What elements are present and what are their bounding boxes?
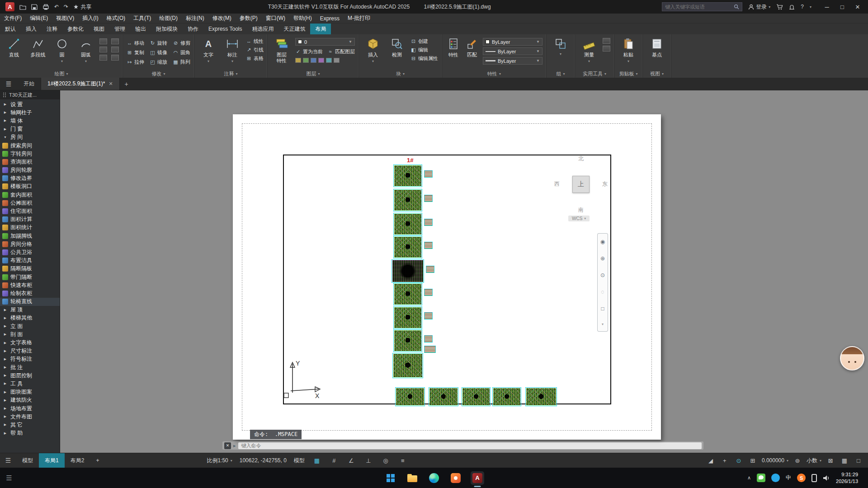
panel-label-properties[interactable]: 特性▾: [442, 70, 546, 78]
ortho-toggle-icon[interactable]: ⊥: [363, 456, 373, 465]
palette-row[interactable]: 墙 体: [0, 117, 60, 125]
palette-row[interactable]: 面积统计: [0, 224, 60, 232]
panel-label-group[interactable]: 组▾: [547, 70, 575, 78]
modify-tool-button[interactable]: 旋转: [150, 40, 167, 47]
notification-bell-icon[interactable]: [789, 4, 795, 10]
speaker-icon[interactable]: [823, 475, 830, 481]
modify-tool-button[interactable]: 移动: [127, 40, 144, 47]
spline-tool-icon[interactable]: [111, 47, 119, 52]
palette-row[interactable]: 楼板洞口: [0, 183, 60, 191]
hatch-tool-icon[interactable]: [99, 47, 107, 52]
maximize-button[interactable]: □: [835, 0, 850, 14]
ribbon-tab[interactable]: 注释: [42, 23, 62, 34]
menu-item[interactable]: 工具(T): [129, 14, 155, 23]
palette-row[interactable]: 修改边界: [0, 174, 60, 183]
share-button[interactable]: 共享: [73, 3, 91, 11]
circle-button[interactable]: 圆 ▾: [52, 37, 72, 63]
layer-tool-button[interactable]: 置为当前: [295, 48, 323, 55]
modify-tool-button[interactable]: 缩放: [150, 59, 167, 66]
ribbon-tab[interactable]: 插入: [21, 23, 42, 34]
palette-row[interactable]: 轴网柱子: [0, 108, 60, 117]
lineweight-toggle-icon[interactable]: ≡: [398, 456, 408, 465]
annotation-visibility-icon[interactable]: +: [720, 456, 730, 465]
isolate-objects-icon[interactable]: ⊠: [826, 456, 835, 465]
palette-row[interactable]: 立 面: [0, 322, 60, 330]
layer-off-icon[interactable]: [326, 58, 332, 63]
palette-row[interactable]: 房间分格: [0, 240, 60, 248]
command-line[interactable]: ✕ ▸ 键入命令: [222, 441, 704, 450]
layout-tab[interactable]: +: [90, 453, 105, 468]
ime-indicator[interactable]: 中: [786, 474, 791, 482]
panel-label-draw[interactable]: 绘图▾: [0, 70, 123, 78]
file-explorer-button[interactable]: [406, 471, 419, 485]
palette-row[interactable]: 楼梯其他: [0, 314, 60, 322]
palette-row[interactable]: 公共卫浴: [0, 248, 60, 256]
panel-label-block[interactable]: 块▾: [359, 70, 442, 78]
save-icon[interactable]: [31, 4, 38, 10]
palette-row[interactable]: 门 窗: [0, 125, 60, 133]
palette-row[interactable]: 工 具: [0, 380, 60, 388]
linetype-combo[interactable]: ByLayer ▼: [483, 47, 542, 55]
elevation-control[interactable]: 0.000000 ▾: [762, 457, 788, 464]
insert-block-button[interactable]: 插入 ▾: [363, 37, 383, 63]
palette-row[interactable]: 带门隔断: [0, 273, 60, 281]
floor-plan-viewport[interactable]: [394, 307, 422, 328]
panel-label-modify[interactable]: 修改▾: [123, 70, 194, 78]
compass-north-label[interactable]: 北: [552, 155, 610, 163]
file-tab-menu-icon[interactable]: ☰: [0, 78, 17, 90]
compass-top-face[interactable]: 上: [572, 176, 590, 193]
open-folder-icon[interactable]: [19, 4, 26, 10]
help-icon[interactable]: ?: [801, 4, 804, 10]
palette-drag-handle-icon[interactable]: [3, 92, 6, 98]
palette-row[interactable]: 设 置: [0, 100, 60, 108]
command-customize-icon[interactable]: ▸: [233, 443, 236, 449]
sogou-icon[interactable]: S: [797, 474, 806, 482]
elevation-viewport[interactable]: [396, 388, 425, 406]
palette-row[interactable]: 绘制衣柜: [0, 289, 60, 297]
modify-tool-button[interactable]: 阵列: [173, 59, 190, 66]
compass-west-label[interactable]: 西: [554, 180, 560, 188]
palette-row[interactable]: 文字表格: [0, 338, 60, 347]
palette-row[interactable]: 建筑防火: [0, 396, 60, 404]
drawing-tab[interactable]: 1#楼2022.5.9施工图(1)* ✕: [41, 78, 120, 90]
ellipse-tool-icon[interactable]: [111, 38, 119, 44]
polar-toggle-icon[interactable]: ∠: [346, 456, 356, 465]
start-tab[interactable]: 开始: [17, 78, 41, 90]
ribbon-tab[interactable]: Express Tools: [203, 23, 247, 34]
drawing-canvas[interactable]: 1# 北 南 西 东 上: [60, 90, 868, 453]
view-cube[interactable]: 北 南 西 东 上: [552, 155, 610, 214]
paste-button[interactable]: 粘贴 ▾: [618, 37, 639, 63]
palette-row[interactable]: 尺寸标注: [0, 347, 60, 355]
minimize-button[interactable]: ─: [819, 0, 835, 14]
sign-in-button[interactable]: 登录 ▾: [748, 3, 770, 11]
polyline-button[interactable]: 多段线: [28, 37, 48, 58]
autocad-taskbar-button[interactable]: A: [471, 471, 484, 485]
layer-properties-button[interactable]: 图层特性: [271, 37, 292, 63]
layer-combo[interactable]: 0 ▼: [295, 38, 355, 46]
cart-icon[interactable]: [776, 4, 783, 10]
autoscale-icon[interactable]: ⊙: [734, 456, 744, 465]
palette-row[interactable]: 批 注: [0, 363, 60, 371]
command-close-icon[interactable]: ✕: [224, 442, 231, 449]
text-button[interactable]: A 文字 ▾: [198, 37, 219, 63]
annotate-tool-button[interactable]: 线性: [246, 38, 264, 45]
floor-plan-viewport[interactable]: [394, 283, 422, 305]
line-button[interactable]: 直线: [4, 37, 24, 58]
palette-header[interactable]: T30天正建...: [0, 90, 60, 99]
redo-icon[interactable]: ↷: [64, 4, 68, 10]
palette-row[interactable]: 帮 助: [0, 429, 60, 437]
palette-row[interactable]: 符号标注: [0, 355, 60, 363]
quick-select-icon[interactable]: [603, 38, 610, 44]
ribbon-tab[interactable]: 天正建筑: [278, 23, 310, 34]
layer-freeze-icon[interactable]: [303, 58, 309, 63]
ribbon-tab[interactable]: 参数化: [62, 23, 89, 34]
assistant-avatar[interactable]: [840, 346, 864, 371]
palette-row[interactable]: 公摊面积: [0, 199, 60, 207]
block-tool-button[interactable]: 创建: [410, 38, 438, 45]
phone-link-icon[interactable]: [811, 474, 817, 482]
region-tool-icon[interactable]: [111, 55, 119, 61]
pan-icon[interactable]: ⊕: [600, 255, 605, 262]
wechat-icon[interactable]: [757, 474, 765, 482]
qq-icon[interactable]: [771, 474, 780, 482]
modify-tool-button[interactable]: 镜像: [150, 49, 167, 56]
